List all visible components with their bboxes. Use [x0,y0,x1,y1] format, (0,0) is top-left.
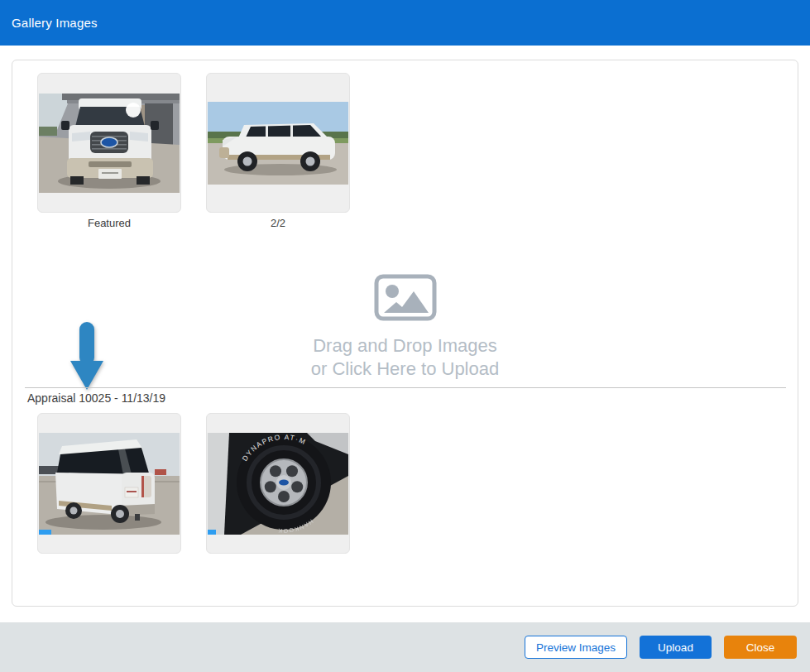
modal-title: Gallery Images [12,16,98,30]
thumbnail-card[interactable] [206,73,350,213]
photo-wrap: DYNAPRO AT·M HANKOOK [208,433,348,535]
modal-header: Gallery Images [0,0,810,46]
uploading-thumbnail-rear[interactable] [37,413,181,554]
gallery-images-modal: Gallery Images [0,0,810,672]
thumbnail-card[interactable] [37,73,181,213]
upload-progress-bar [208,530,220,535]
photo-wrap [39,433,180,535]
thumbnail-label-featured: Featured [37,217,181,229]
uploading-thumbnail-wheel[interactable]: DYNAPRO AT·M HANKOOK [206,413,350,554]
gallery-panel: Featured [12,60,798,607]
upload-progress-bar [39,530,51,535]
upload-dropzone[interactable]: Drag and Drop Images or Click Here to Up… [12,274,798,381]
thumbnail-card[interactable]: DYNAPRO AT·M HANKOOK [206,413,350,554]
footer-bar: Preview Images Upload Close [0,622,810,672]
section-divider [25,387,786,388]
photo-suv-rear [39,433,180,535]
annotation-down-arrow-icon [70,321,103,391]
photo-wheel-closeup: DYNAPRO AT·M HANKOOK [208,433,348,535]
image-placeholder-icon [374,274,437,324]
close-button[interactable]: Close [724,636,797,659]
gallery-thumbnail-2of2[interactable]: 2/2 [206,73,350,229]
appraisal-group-label: Appraisal 10025 - 11/13/19 [27,391,165,405]
gallery-thumbnail-featured[interactable]: Featured [37,73,181,229]
dropzone-text: Drag and Drop Images or Click Here to Up… [12,334,798,381]
dropzone-line2: or Click Here to Upload [12,358,798,381]
thumbnail-card[interactable] [37,413,181,554]
preview-images-button[interactable]: Preview Images [525,636,627,659]
photo-suv-side [208,102,348,185]
dropzone-line1: Drag and Drop Images [12,334,798,358]
upload-button[interactable]: Upload [640,636,712,659]
thumbnail-label-count: 2/2 [206,217,350,229]
photo-suv-front [39,94,180,193]
